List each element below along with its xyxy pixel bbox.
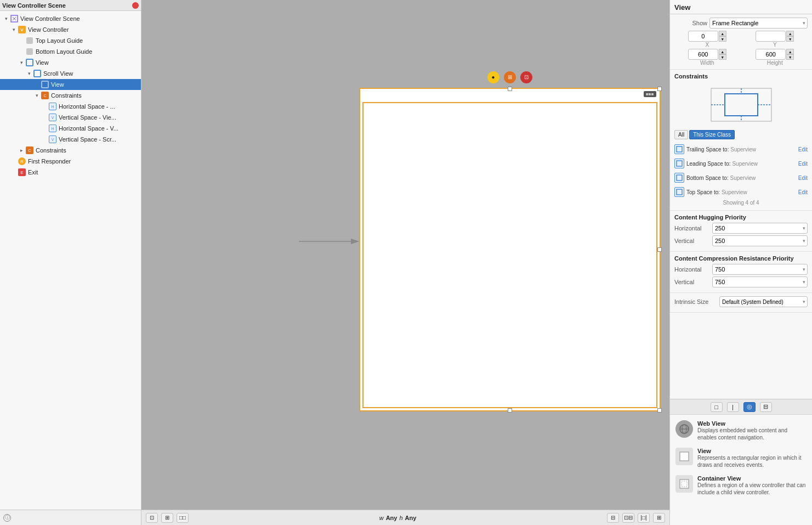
cc-horizontal-select-wrapper: 750 xyxy=(712,264,808,275)
library-items: Web View Displays embedded web content a… xyxy=(670,415,812,525)
tree-item-vc-scene[interactable]: View Controller Scene xyxy=(0,13,141,24)
tree-item-view-root[interactable]: View xyxy=(0,57,141,68)
tree-item-top-layout[interactable]: ▸ Top Layout Guide xyxy=(0,35,141,46)
intrinsic-row: Intrinsic Size Default (System Defined) xyxy=(674,296,808,307)
vc-frame: ■■■ xyxy=(359,88,661,411)
width-decrement[interactable]: ▼ xyxy=(719,54,726,60)
size-class-all[interactable]: All xyxy=(674,130,688,139)
bottom-btn-2[interactable]: ⊡⊟ xyxy=(622,513,634,523)
first-responder-label: First Responder xyxy=(28,158,71,165)
resize-handle-top[interactable] xyxy=(508,87,512,91)
tree-item-bottom-layout[interactable]: ▸ Bottom Layout Guide xyxy=(0,46,141,57)
ch-vertical-select-wrapper: 250 xyxy=(712,235,808,246)
cc-vertical-row: Vertical 750 xyxy=(674,276,808,287)
y-increment[interactable]: ▲ xyxy=(786,31,794,36)
y-input[interactable] xyxy=(756,31,786,42)
height-input[interactable] xyxy=(756,49,786,60)
height-increment[interactable]: ▲ xyxy=(786,49,794,54)
disclosure-constraints-vc[interactable] xyxy=(18,146,25,154)
y-field-with-stepper: ▲ ▼ xyxy=(756,31,794,42)
cc-horizontal-select[interactable]: 750 xyxy=(712,264,808,275)
tree-item-exit[interactable]: ▸ E Exit xyxy=(0,167,141,178)
show-row: Show Frame Rectangle xyxy=(674,18,808,29)
x-decrement[interactable]: ▼ xyxy=(719,36,726,42)
y-decrement[interactable]: ▼ xyxy=(786,36,794,42)
top-edit[interactable]: Edit xyxy=(798,189,808,195)
constraints-icon: C xyxy=(41,91,49,100)
nav-back-btn[interactable]: ⊞ xyxy=(161,513,173,523)
size-class-tabs: All This Size Class xyxy=(674,130,808,139)
svg-rect-12 xyxy=(677,161,682,166)
resize-handle-bottom[interactable] xyxy=(508,408,512,413)
disclosure-view-root[interactable] xyxy=(18,59,25,66)
width-increment[interactable]: ▲ xyxy=(719,49,726,54)
exit-label: Exit xyxy=(28,169,38,176)
scene-header: View Controller Scene xyxy=(0,0,141,11)
disclosure-constraints[interactable] xyxy=(33,92,41,99)
navigator-bottom-bar: ⓘ xyxy=(0,510,141,525)
svg-marker-4 xyxy=(351,239,359,244)
trailing-edit[interactable]: Edit xyxy=(798,146,808,153)
exit-icon: E xyxy=(18,168,26,177)
library-item-container-view[interactable]: Container View Defines a region of a vie… xyxy=(673,473,809,498)
constraint-row-top: Top Space to: Superview Edit xyxy=(674,185,808,199)
leading-edit[interactable]: Edit xyxy=(798,161,808,167)
canvas-scroll[interactable]: ● ⊞ ⊡ ■■■ xyxy=(141,0,669,510)
vc-yellow-icon[interactable]: ● xyxy=(487,71,499,83)
tree-item-constraints-view[interactable]: C Constraints xyxy=(0,90,141,101)
zoom-fit-btn[interactable]: ⊡ xyxy=(146,513,158,523)
tree-item-h-space-2[interactable]: ▸ H Horizontal Space - V... xyxy=(0,123,141,134)
x-input[interactable] xyxy=(688,31,718,42)
tree-item-view-selected[interactable]: ▸ View xyxy=(0,79,141,90)
tree-item-h-space-1[interactable]: ▸ H Horizontal Space - ... xyxy=(0,101,141,112)
bottom-layout-icon xyxy=(25,47,34,56)
v-space-2-icon: V xyxy=(48,135,57,144)
cc-horizontal-label: Horizontal xyxy=(674,266,710,273)
h-space-1-icon: H xyxy=(48,102,57,111)
intrinsic-select-wrapper: Default (System Defined) xyxy=(719,296,808,307)
resize-handle-bottom-right[interactable] xyxy=(657,408,662,413)
ch-vertical-select[interactable]: 250 xyxy=(712,235,808,246)
size-class-this[interactable]: This Size Class xyxy=(689,130,735,139)
close-button[interactable] xyxy=(132,2,139,9)
app-container: View Controller Scene View Controller Sc… xyxy=(0,0,812,525)
vc-orange-icon[interactable]: ⊞ xyxy=(504,71,516,83)
tree-item-first-responder[interactable]: ▸ R First Responder xyxy=(0,156,141,167)
ch-horizontal-select[interactable]: 250 xyxy=(712,223,808,234)
show-select[interactable]: Frame Rectangle xyxy=(709,18,808,29)
library-item-web-view[interactable]: Web View Displays embedded web content a… xyxy=(673,418,809,443)
resize-handle-top-right[interactable] xyxy=(657,87,662,91)
ch-horizontal-select-wrapper: 250 xyxy=(712,223,808,234)
disclosure-vc-scene[interactable] xyxy=(2,15,10,22)
tree-item-constraints-vc[interactable]: C Constraints xyxy=(0,145,141,156)
vc-red-icon[interactable]: ⊡ xyxy=(520,71,532,83)
lib-tab-symbol[interactable]: ◎ xyxy=(743,402,756,412)
bottom-edit[interactable]: Edit xyxy=(798,175,808,181)
tree-item-scroll-view[interactable]: Scroll View xyxy=(0,68,141,79)
tree-item-v-space-1[interactable]: ▸ V Vertical Space - Vie... xyxy=(0,112,141,123)
bottom-btn-4[interactable]: ⊞ xyxy=(653,513,665,523)
lib-tab-media[interactable]: | xyxy=(727,402,739,412)
disclosure-scroll-view[interactable] xyxy=(25,70,33,77)
bottom-btn-3[interactable]: |□| xyxy=(638,513,650,523)
cc-vertical-select[interactable]: 750 xyxy=(712,276,808,287)
x-increment[interactable]: ▲ xyxy=(719,31,726,36)
scroll-view-icon xyxy=(33,69,42,78)
resize-handle-right[interactable] xyxy=(657,247,662,252)
leading-icon xyxy=(674,159,684,168)
lib-tab-snippet[interactable]: ⊟ xyxy=(760,402,772,412)
nav-fwd-btn[interactable]: □□ xyxy=(177,513,189,523)
disclosure-vc[interactable] xyxy=(10,26,18,33)
web-view-desc: Displays embedded web content and enable… xyxy=(697,427,807,441)
height-decrement[interactable]: ▼ xyxy=(786,54,794,60)
bottom-btn-1[interactable]: ⊟ xyxy=(607,513,619,523)
info-icon[interactable]: ⓘ xyxy=(3,514,11,522)
width-input[interactable] xyxy=(688,49,718,60)
view-library-icon xyxy=(675,448,693,465)
library-item-view[interactable]: View Represents a rectangular region in … xyxy=(673,445,809,471)
tree-item-v-space-2[interactable]: ▸ V Vertical Space - Scr... xyxy=(0,134,141,145)
lib-tab-object[interactable]: □ xyxy=(711,402,723,412)
intrinsic-select[interactable]: Default (System Defined) xyxy=(719,296,808,307)
scene-title: View Controller Scene xyxy=(2,2,66,9)
tree-item-vc[interactable]: V View Controller xyxy=(0,24,141,35)
